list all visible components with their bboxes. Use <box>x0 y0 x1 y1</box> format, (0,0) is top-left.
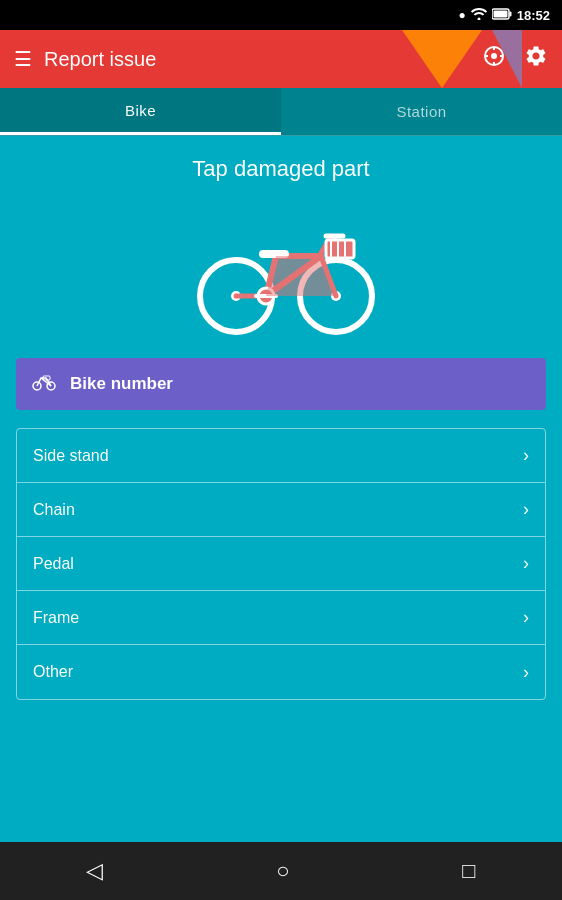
issue-label-pedal: Pedal <box>33 555 74 573</box>
status-time: 18:52 <box>517 8 550 23</box>
location-icon: ● <box>459 8 466 22</box>
header-decoration-triangle2 <box>492 30 522 88</box>
issue-item-pedal[interactable]: Pedal › <box>17 537 545 591</box>
tap-damaged-title: Tap damaged part <box>192 156 369 182</box>
battery-icon <box>492 8 512 23</box>
tabs-container: Bike Station <box>0 88 562 136</box>
bike-illustration[interactable] <box>171 198 391 338</box>
chevron-icon-other: › <box>523 662 529 683</box>
chevron-icon-frame: › <box>523 607 529 628</box>
header-decoration-triangle <box>402 30 482 88</box>
chevron-icon-chain: › <box>523 499 529 520</box>
bottom-nav: ◁ ○ □ <box>0 842 562 900</box>
bike-icon <box>32 373 56 396</box>
issue-list: Side stand › Chain › Pedal › Frame › Oth… <box>16 428 546 700</box>
issue-label-side-stand: Side stand <box>33 447 109 465</box>
issue-item-chain[interactable]: Chain › <box>17 483 545 537</box>
recent-nav-icon[interactable]: □ <box>462 858 475 884</box>
bike-number-label: Bike number <box>70 374 173 394</box>
issue-label-other: Other <box>33 663 73 681</box>
issue-item-other[interactable]: Other › <box>17 645 545 699</box>
home-nav-icon[interactable]: ○ <box>276 858 289 884</box>
issue-item-side-stand[interactable]: Side stand › <box>17 429 545 483</box>
menu-icon[interactable]: ☰ <box>14 47 32 71</box>
bike-number-bar[interactable]: Bike number <box>16 358 546 410</box>
svg-rect-1 <box>509 11 511 16</box>
tab-station[interactable]: Station <box>281 88 562 135</box>
issue-item-frame[interactable]: Frame › <box>17 591 545 645</box>
chevron-icon-side-stand: › <box>523 445 529 466</box>
issue-label-frame: Frame <box>33 609 79 627</box>
main-content: Tap damaged part <box>0 136 562 716</box>
issue-label-chain: Chain <box>33 501 75 519</box>
back-nav-icon[interactable]: ◁ <box>86 858 103 884</box>
header-title: Report issue <box>44 48 156 71</box>
svg-rect-2 <box>493 10 507 17</box>
status-icons: ● 18:52 <box>459 8 551 23</box>
header: ☰ Report issue <box>0 30 562 88</box>
status-bar: ● 18:52 <box>0 0 562 30</box>
wifi-icon <box>471 8 487 23</box>
header-left: ☰ Report issue <box>14 47 156 71</box>
chevron-icon-pedal: › <box>523 553 529 574</box>
tab-bike[interactable]: Bike <box>0 88 281 135</box>
settings-icon[interactable] <box>524 44 548 74</box>
